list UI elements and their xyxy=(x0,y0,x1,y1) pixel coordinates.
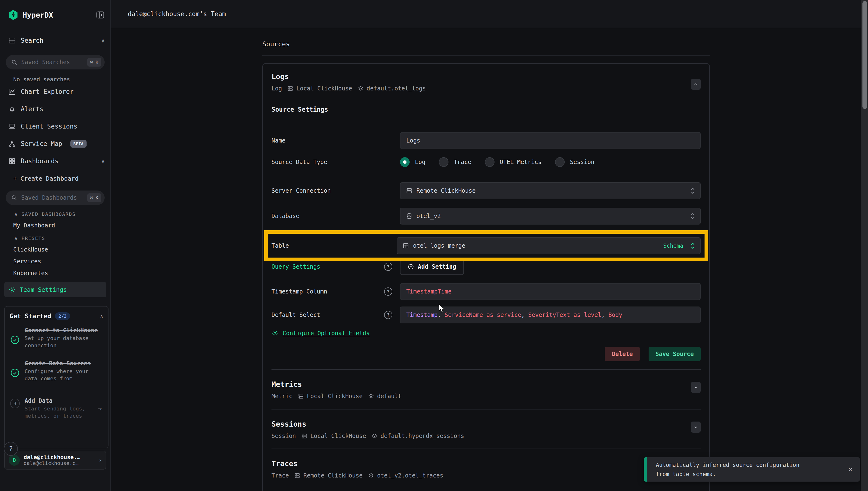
configure-optional-fields-link[interactable]: Configure Optional Fields xyxy=(282,330,370,337)
name-value: Logs xyxy=(406,137,420,144)
toast-notification: Automatically inferred source configurat… xyxy=(644,457,860,482)
get-started-item-add-data[interactable]: 3 Add Data Start sending logs, metrics, … xyxy=(10,397,103,420)
help-circle-icon[interactable]: ? xyxy=(384,311,392,319)
search-icon xyxy=(11,195,18,201)
traces-section: Traces Trace Remote ClickHouse xyxy=(271,449,701,479)
add-setting-label: Add Setting xyxy=(418,263,456,270)
chevron-up-icon[interactable]: ∧ xyxy=(100,313,103,319)
timestamp-column-input[interactable]: TimestampTime xyxy=(400,283,701,300)
get-started-card: Get Started 2/3 ∧ Connect to ClickHouse … xyxy=(4,306,109,448)
select-chevrons-icon xyxy=(690,212,695,220)
highlight-box: Table otel_logs_merge xyxy=(264,230,708,261)
sidebar-item-alerts[interactable]: Alerts xyxy=(0,100,111,118)
expand-metrics-button[interactable] xyxy=(691,382,701,393)
nav-label: Service Map xyxy=(21,140,62,147)
radio-dot-icon xyxy=(400,157,410,167)
search-section-label: Search xyxy=(21,37,97,44)
add-setting-button[interactable]: Add Setting xyxy=(400,259,464,275)
radio-label: OTEL Metrics xyxy=(500,159,542,166)
sidebar-item-client-sessions[interactable]: Client Sessions xyxy=(0,118,111,135)
source-type-text: Session xyxy=(271,433,296,439)
brand-title: HyperDX xyxy=(23,11,92,19)
topbar: dale@clickhouse.com's Team xyxy=(111,0,868,28)
sidebar-item-kubernetes[interactable]: Kubernetes xyxy=(0,267,111,279)
radio-otel-metrics[interactable]: OTEL Metrics xyxy=(485,157,542,167)
source-data-type-label: Source Data Type xyxy=(271,159,327,166)
content-area: Sources Logs Log xyxy=(111,28,868,491)
radio-session[interactable]: Session xyxy=(555,157,594,167)
scrollbar-track[interactable] xyxy=(861,0,868,491)
radio-dot-icon xyxy=(439,157,448,167)
sidebar: HyperDX Search ∧ xyxy=(0,0,111,491)
check-circle-icon xyxy=(10,368,20,382)
shortcut-badge: ⌘ K xyxy=(87,58,101,66)
delete-button[interactable]: Delete xyxy=(605,347,640,361)
main-area: dale@clickhouse.com's Team Sources Logs xyxy=(111,0,868,491)
nav-label: Alerts xyxy=(21,106,43,113)
database-icon xyxy=(406,213,413,220)
chevron-up-icon[interactable]: ∧ xyxy=(101,38,104,44)
sidebar-item-service-map[interactable]: Service Map BETA xyxy=(0,135,111,152)
sessions-section: Sessions Session Local ClickHouse xyxy=(271,409,701,439)
server-connection-label: Server Connection xyxy=(271,187,331,194)
get-started-item-connect[interactable]: Connect to ClickHouse Set up your databa… xyxy=(10,327,103,349)
default-select-input[interactable]: Timestamp, ServiceName as service, Sever… xyxy=(400,307,701,323)
chevron-up-icon[interactable]: ∧ xyxy=(101,158,104,164)
saved-dashboards-section-header[interactable]: ∨ SAVED DASHBOARDS xyxy=(14,209,104,220)
query-settings-label: Query Settings xyxy=(271,263,320,270)
shortcut-badge: ⌘ K xyxy=(87,194,101,202)
nav-label: Dashboards xyxy=(21,157,59,165)
connection-text: Local ClickHouse xyxy=(307,393,363,400)
name-input[interactable]: Logs xyxy=(400,132,701,149)
sidebar-item-chart-explorer[interactable]: Chart Explorer xyxy=(0,83,111,100)
help-button[interactable]: ? xyxy=(4,442,18,456)
configure-optional-fields-row: Configure Optional Fields xyxy=(271,330,701,337)
avatar: D xyxy=(9,455,20,466)
get-started-title: Get Started xyxy=(10,313,51,320)
section-header-label: SAVED DASHBOARDS xyxy=(22,211,76,217)
help-circle-icon[interactable]: ? xyxy=(384,287,392,296)
radio-trace[interactable]: Trace xyxy=(439,157,471,167)
sidebar-item-team-settings[interactable]: Team Settings xyxy=(4,282,106,297)
sidebar-item-clickhouse[interactable]: ClickHouse xyxy=(0,243,111,255)
table-ref-text: otel_v2.otel_traces xyxy=(377,472,443,479)
server-icon xyxy=(406,187,413,194)
layers-icon xyxy=(358,85,364,92)
scrollbar-thumb[interactable] xyxy=(863,1,867,109)
create-dashboard-button[interactable]: + Create Dashboard xyxy=(0,170,111,187)
server-icon xyxy=(287,85,293,92)
radio-log[interactable]: Log xyxy=(400,157,425,167)
get-started-header[interactable]: Get Started 2/3 ∧ xyxy=(10,312,103,320)
expand-sessions-button[interactable] xyxy=(691,422,701,433)
sidebar-item-my-dashboard[interactable]: My Dashboard xyxy=(0,220,111,231)
team-settings-label: Team Settings xyxy=(20,286,67,293)
sidebar-item-search[interactable]: Search ∧ xyxy=(8,36,104,45)
server-icon xyxy=(298,393,304,399)
saved-searches-input[interactable]: Saved Searches ⌘ K xyxy=(6,55,104,69)
database-select[interactable]: otel_v2 xyxy=(400,208,701,225)
schema-button[interactable]: Schema xyxy=(663,242,683,249)
saved-dashboards-input[interactable]: Saved Dashboards ⌘ K xyxy=(6,191,104,205)
presets-section-header[interactable]: ∨ PRESETS xyxy=(14,233,104,243)
server-icon xyxy=(301,433,307,439)
database-label: Database xyxy=(271,213,299,220)
close-icon[interactable]: × xyxy=(848,465,852,474)
sidebar-item-services[interactable]: Services xyxy=(0,255,111,267)
source-type-text: Log xyxy=(271,85,282,92)
chevron-down-icon: ∨ xyxy=(14,235,18,241)
timestamp-column-row: Timestamp Column ? TimestampTime xyxy=(271,283,701,300)
sidebar-item-dashboards[interactable]: Dashboards ∧ xyxy=(0,152,111,170)
radio-label: Session xyxy=(570,159,594,166)
table-select[interactable]: otel_logs_merge Schema xyxy=(397,237,701,254)
search-section-icon xyxy=(8,37,16,45)
step-desc: Start sending logs, metrics, or traces xyxy=(25,405,93,420)
layers-icon xyxy=(368,472,374,479)
get-started-item-sources[interactable]: Create Data Sources Configure where your… xyxy=(10,360,103,382)
sidebar-collapse-button[interactable] xyxy=(96,11,104,19)
server-connection-select[interactable]: Remote ClickHouse xyxy=(400,182,701,199)
help-circle-icon[interactable]: ? xyxy=(384,263,392,271)
timestamp-column-label: Timestamp Column xyxy=(271,288,327,295)
collapse-logs-button[interactable] xyxy=(691,79,701,90)
save-source-button[interactable]: Save Source xyxy=(649,347,701,361)
user-menu[interactable]: D dale@clickhouse.… dale@clickhouse.c… › xyxy=(4,451,106,469)
